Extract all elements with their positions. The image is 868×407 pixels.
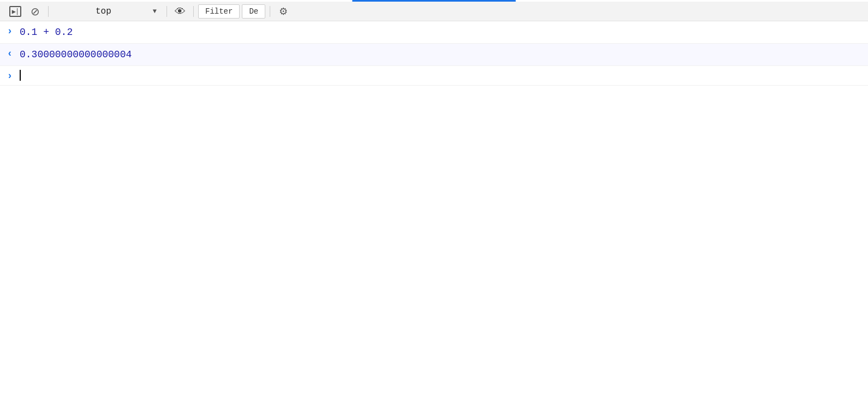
de-label: De [249, 7, 258, 16]
top-accent-bar [0, 0, 868, 2]
settings-icon: ⚙ [279, 5, 288, 17]
output-arrow: ‹ [0, 47, 20, 59]
panel-toggle-icon: ▶| [9, 6, 21, 17]
filter-button[interactable]: Filter [198, 4, 240, 19]
cursor [20, 70, 21, 81]
toolbar: ▶| ⊘ top ▼ 👁 Filter De ⚙ [0, 2, 868, 21]
toolbar-divider-3 [193, 6, 194, 17]
eye-button[interactable]: 👁 [171, 4, 189, 19]
input-arrow[interactable]: › [0, 25, 20, 37]
top-accent-line [352, 0, 516, 2]
toolbar-divider-2 [167, 6, 167, 17]
console-entry-input: › 0.1 + 0.2 [0, 21, 868, 44]
toolbar-divider-4 [270, 6, 270, 17]
output-content: 0.30000000000000004 [20, 47, 861, 62]
eye-icon: 👁 [175, 6, 186, 17]
de-button[interactable]: De [242, 4, 265, 19]
console-body: › 0.1 + 0.2 ‹ 0.30000000000000004 › [0, 21, 868, 407]
chevron-down-icon: ▼ [153, 8, 157, 15]
no-entry-icon: ⊘ [31, 6, 40, 17]
toolbar-divider-1 [48, 6, 49, 17]
context-selector[interactable]: top ▼ [53, 5, 162, 17]
clear-console-button[interactable]: ⊘ [26, 4, 44, 19]
console-entry-active[interactable]: › [0, 66, 868, 86]
input-content[interactable]: 0.1 + 0.2 [20, 25, 861, 40]
context-label: top [58, 7, 148, 16]
panel-toggle-button[interactable]: ▶| [7, 4, 24, 19]
active-arrow: › [0, 69, 20, 81]
settings-button[interactable]: ⚙ [275, 4, 292, 19]
active-input-line[interactable] [20, 69, 861, 81]
console-entry-output: ‹ 0.30000000000000004 [0, 44, 868, 66]
filter-label: Filter [205, 7, 233, 16]
